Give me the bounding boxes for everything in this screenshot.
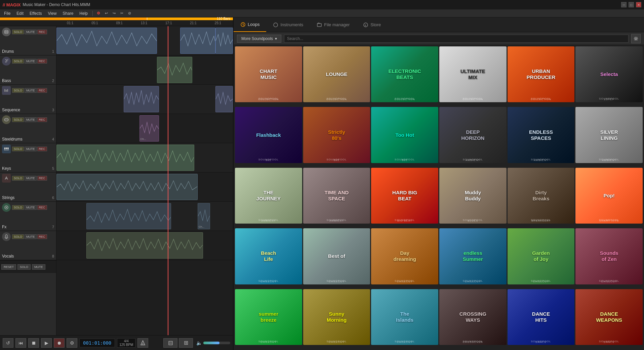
soundpool-card-26[interactable]: The IslandsSOUNDPOOLCHILLOUT — [371, 289, 438, 345]
tab-filemanager[interactable]: File manager — [310, 17, 356, 32]
bass-track-row[interactable] — [56, 55, 233, 85]
solo-all-btn[interactable]: SOLO — [17, 264, 31, 270]
soundpool-card-16[interactable]: Dirty BreaksSOUNDPOOLBREAKBEAT — [508, 168, 575, 224]
menu-share[interactable]: Share — [60, 10, 76, 16]
soundpool-card-10[interactable]: ENDLESS SPACESSOUNDPOOLAMBIENT — [508, 107, 575, 163]
seq-rec-btn[interactable]: REC — [37, 88, 47, 93]
steel-clip-1[interactable]: Ch... — [139, 115, 159, 142]
menu-file[interactable]: File — [1, 10, 13, 16]
settings-btn[interactable]: ⚙ — [67, 338, 77, 348]
soundpool-card-3[interactable]: ULTIMATE MIXSOUNDPOOLCOLLECTION — [439, 46, 507, 102]
soundpool-card-5[interactable]: SelectaSOUNDPOOL2STEP — [575, 46, 643, 102]
fx-clip-2[interactable]: Ch... — [198, 203, 210, 229]
keys-track-row[interactable] — [56, 143, 233, 172]
rewind-btn[interactable]: ⏮ — [15, 338, 26, 348]
soundpool-card-22[interactable]: Garden of JoySOUNDPOOLCHILLOUT — [508, 228, 575, 284]
soundpool-card-8[interactable]: Too HotSOUNDPOOL80s — [371, 107, 438, 163]
tab-instruments[interactable]: Instruments — [266, 17, 310, 32]
fx-clip-1[interactable] — [86, 203, 171, 229]
keys-solo-btn[interactable]: SOLO — [12, 147, 24, 151]
progress-bar[interactable]: 110 Bars — [0, 17, 233, 20]
search-input[interactable] — [284, 35, 629, 43]
more-soundpools-button[interactable]: More Soundpools ▾ — [237, 35, 281, 43]
seq-clip-2[interactable] — [215, 86, 233, 112]
drums-clip-3[interactable] — [215, 28, 233, 54]
vocals-track-row[interactable] — [56, 231, 233, 260]
vocals-clip-1[interactable] — [86, 232, 203, 259]
fx-rec-btn[interactable]: REC — [37, 205, 47, 210]
strings-mute-btn[interactable]: MUTE — [25, 176, 37, 181]
mute-all-btn[interactable]: MUTE — [32, 264, 45, 270]
seq-mute-btn[interactable]: MUTE — [25, 88, 37, 93]
soundpool-card-1[interactable]: LOUNGESOUNDPOOLCOLLECTION — [303, 46, 370, 102]
menu-view[interactable]: View — [45, 10, 59, 16]
menu-edit[interactable]: Edit — [14, 10, 26, 16]
loop-btn[interactable]: ↺ — [3, 338, 13, 348]
soundpool-card-25[interactable]: Sunny MorningSOUNDPOOLCHILLOUT — [303, 289, 370, 345]
minimize-button[interactable]: ─ — [621, 2, 627, 7]
fx-track-row[interactable]: Ch... — [56, 202, 233, 231]
bass-mute-btn[interactable]: MUTE — [25, 59, 37, 64]
volume-slider[interactable] — [203, 342, 230, 344]
drums-rec-btn[interactable]: REC — [37, 30, 47, 34]
keys-rec-btn[interactable]: REC — [37, 147, 47, 151]
maximize-button[interactable]: □ — [629, 2, 634, 7]
soundpool-card-28[interactable]: DANCE HITSSOUNDPOOLDANCE — [508, 289, 575, 345]
steel-solo-btn[interactable]: SOLO — [12, 117, 24, 122]
strings-solo-btn[interactable]: SOLO — [12, 176, 24, 181]
seq-track-row[interactable] — [56, 85, 233, 114]
play-btn[interactable]: ▶ — [41, 338, 52, 348]
toolbar-redo[interactable]: ↪ — [111, 10, 118, 16]
keys-clip-1[interactable] — [56, 145, 194, 171]
menu-effects[interactable]: Effects — [27, 10, 44, 16]
drums-track-row[interactable] — [56, 26, 233, 55]
keys-mute-btn[interactable]: MUTE — [25, 147, 37, 151]
soundpool-card-12[interactable]: THE JOURNEYSOUNDPOOLAMBIENT — [235, 168, 302, 224]
toolbar-cut[interactable]: ✂ — [118, 10, 125, 16]
soundpool-card-9[interactable]: DEEP HORIZONSOUNDPOOLAMBIENT — [439, 107, 507, 163]
toolbar-stop-cut[interactable]: ⊘ — [126, 10, 133, 16]
tab-store[interactable]: $ Store — [356, 17, 388, 32]
soundpool-card-4[interactable]: URBAN PRODUCERSOUNDPOOLCOLLECTION — [508, 46, 575, 102]
strings-clip-1[interactable] — [56, 174, 198, 200]
bass-solo-btn[interactable]: SOLO — [12, 59, 24, 64]
vocals-rec-btn[interactable]: REC — [37, 234, 47, 239]
soundpool-card-11[interactable]: SILVER LININGSOUNDPOOLAMBIENT — [575, 107, 643, 163]
soundpool-card-18[interactable]: Beach LifeSOUNDPOOLCHILLOUT — [235, 228, 302, 284]
soundpool-card-29[interactable]: DANCE WEAPONSSOUNDPOOLDANCE — [575, 289, 643, 345]
tab-loops[interactable]: Loops — [234, 17, 266, 32]
vocals-solo-btn[interactable]: SOLO — [12, 234, 24, 239]
record-btn[interactable]: ⏺ — [54, 338, 65, 348]
drums-clip-2[interactable] — [180, 28, 215, 54]
fx-mute-btn[interactable]: MUTE — [25, 205, 37, 210]
soundpool-card-7[interactable]: Strictly 80'sSOUNDPOOL80s — [303, 107, 370, 163]
drums-mute-btn[interactable]: MUTE — [25, 30, 37, 34]
strings-rec-btn[interactable]: REC — [37, 176, 47, 181]
view-btn-1[interactable]: ⊟ — [163, 338, 177, 348]
soundpool-card-23[interactable]: Sounds of ZenSOUNDPOOLCHILLOUT — [575, 228, 643, 284]
soundpool-card-21[interactable]: endless SummerSOUNDPOOLCHILLOUT — [439, 228, 507, 284]
soundpool-card-27[interactable]: CROSSING WAYSSOUNDPOOLCROSSOVER — [439, 289, 507, 345]
seq-clip-1[interactable] — [124, 86, 159, 112]
toolbar-undo[interactable]: ↩ — [103, 10, 110, 16]
menu-help[interactable]: Help — [77, 10, 90, 16]
soundpool-card-24[interactable]: summer breezeSOUNDPOOLCHILLOUT — [235, 289, 302, 345]
drums-clip-1[interactable] — [56, 28, 157, 54]
stop-btn[interactable]: ⏹ — [28, 338, 39, 348]
soundpool-card-6[interactable]: FlashbackSOUNDPOOL80s — [235, 107, 302, 163]
soundpool-card-14[interactable]: HARD BIG BEATSOUNDPOOLBIG BEAT — [371, 168, 438, 224]
reset-btn[interactable]: RESET — [1, 264, 16, 270]
bass-clip-1[interactable] — [157, 57, 192, 83]
fx-solo-btn[interactable]: SOLO — [12, 205, 24, 210]
soundpool-card-20[interactable]: Day dreamingSOUNDPOOLCHILLOUT — [371, 228, 438, 284]
bass-rec-btn[interactable]: REC — [37, 59, 47, 64]
toolbar-magix-btn[interactable]: ⚙ — [95, 10, 102, 16]
soundpool-card-17[interactable]: Pop!SOUNDPOOLCHART HITS — [575, 168, 643, 224]
soundpool-card-19[interactable]: Best ofSOUNDPOOLCHILLOUT — [303, 228, 370, 284]
steel-rec-btn[interactable]: REC — [37, 117, 47, 122]
vocals-mute-btn[interactable]: MUTE — [25, 234, 37, 239]
soundpool-card-0[interactable]: CHART MUSICSOUNDPOOLCOLLECTION — [235, 46, 302, 102]
drums-solo-btn[interactable]: SOLO — [12, 30, 24, 34]
close-button[interactable]: ✕ — [636, 2, 641, 7]
strings-track-row[interactable] — [56, 172, 233, 202]
